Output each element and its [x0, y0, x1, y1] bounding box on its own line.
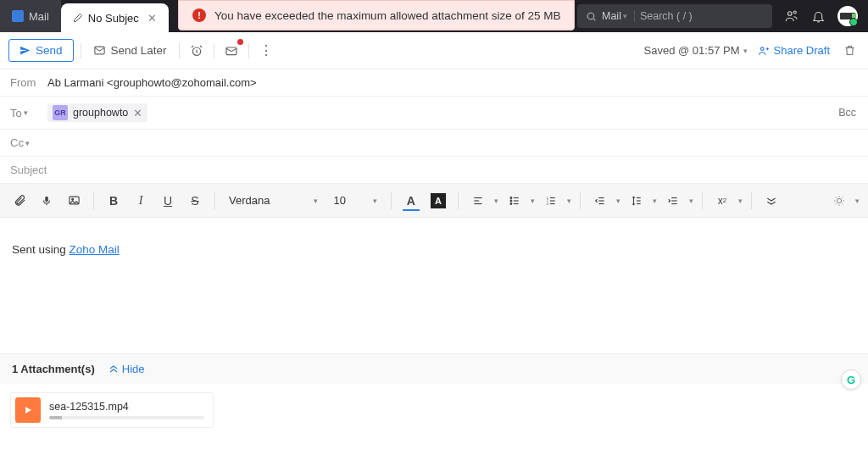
night-mode-icon[interactable] [828, 190, 850, 212]
underline-button[interactable]: U [157, 190, 179, 212]
svg-point-3 [793, 11, 796, 14]
search-input[interactable] [640, 10, 773, 22]
chevron-down-icon[interactable]: ▾ [494, 197, 498, 205]
recipient-chip[interactable]: GR grouphowto ✕ [47, 103, 147, 122]
mail-app-icon [12, 10, 24, 22]
attachments-header: 1 Attachment(s) Hide [0, 353, 868, 384]
upload-progress [49, 416, 204, 419]
chip-avatar: GR [53, 105, 68, 120]
attachments-count: 1 Attachment(s) [12, 363, 95, 375]
divider [248, 43, 249, 58]
chevron-down-icon: ▾ [373, 197, 377, 205]
top-bar: Mail No Subjec ✕ ! You have exceeded the… [0, 0, 868, 32]
tab-mail-label: Mail [29, 10, 49, 23]
more-options-icon[interactable]: ⋮ [256, 39, 276, 62]
close-tab-icon[interactable]: ✕ [147, 12, 157, 25]
align-button[interactable] [467, 190, 489, 212]
bell-icon[interactable] [811, 9, 826, 24]
error-icon: ! [192, 8, 206, 22]
divider [214, 43, 214, 58]
chevron-down-icon[interactable]: ▾ [738, 197, 743, 205]
bold-button[interactable]: B [103, 190, 125, 212]
font-color-button[interactable]: A [400, 190, 422, 212]
action-bar: Send Send Later ⋮ Saved @ 01:57 PM ▾ Sha… [0, 32, 868, 69]
bg-color-button[interactable]: A [427, 190, 449, 212]
trash-icon[interactable] [840, 41, 860, 60]
strike-button[interactable]: S [184, 190, 206, 212]
contacts-icon[interactable] [784, 8, 799, 24]
chevron-down-icon[interactable]: ▾ [531, 197, 535, 205]
font-family-select[interactable]: Verdana ▾ [224, 194, 323, 207]
topbar-right: Mail ▾ [577, 4, 868, 28]
video-file-icon [15, 397, 41, 423]
error-text: You have exceeded the maximum allowed at… [214, 9, 560, 22]
chevron-down-icon: ▾ [314, 197, 318, 205]
superscript-button[interactable]: x2 [711, 190, 733, 212]
attachment-item[interactable]: sea-125315.mp4 [10, 392, 214, 428]
line-height-button[interactable] [626, 190, 648, 212]
outdent-button[interactable] [589, 190, 611, 212]
subject-input[interactable] [10, 164, 858, 176]
chevron-down-icon[interactable]: ▾ [689, 197, 693, 205]
tab-mail[interactable]: Mail [0, 0, 61, 32]
svg-point-16 [510, 202, 512, 204]
chip-name: grouphowto [73, 107, 128, 119]
italic-button[interactable]: I [130, 190, 152, 212]
search-container[interactable]: Mail ▾ [577, 4, 772, 28]
search-icon [586, 11, 597, 22]
send-button[interactable]: Send [8, 39, 74, 62]
search-scope[interactable]: Mail ▾ [602, 10, 635, 22]
chevron-down-icon: ▾ [623, 12, 627, 20]
svg-point-14 [510, 197, 512, 198]
subject-row[interactable] [0, 157, 868, 184]
error-banner: ! You have exceeded the maximum allowed … [178, 0, 575, 31]
remove-chip-icon[interactable]: ✕ [133, 107, 142, 119]
font-size-select[interactable]: 10 ▾ [328, 194, 381, 207]
send-later-button[interactable]: Send Later [88, 44, 172, 57]
svg-point-10 [71, 198, 73, 200]
divider [81, 43, 81, 58]
tab-compose[interactable]: No Subjec ✕ [61, 3, 169, 32]
svg-text:3: 3 [547, 202, 548, 205]
more-format-icon[interactable] [760, 190, 782, 212]
zoho-mail-link[interactable]: Zoho Mail [70, 243, 120, 256]
chevron-down-icon: ▾ [25, 139, 30, 147]
saved-timestamp[interactable]: Saved @ 01:57 PM ▾ [644, 44, 748, 57]
signature-prefix: Sent using [12, 243, 70, 256]
numbered-list-button[interactable]: 123 [540, 190, 562, 212]
grammarly-icon[interactable]: G [841, 369, 861, 390]
format-toolbar: B I U S Verdana ▾ 10 ▾ A A ▾ ▾ 123 ▾ ▾ ▾… [0, 184, 868, 218]
from-value[interactable]: Ab Larmani <grouphowto@zohomail.com> [47, 76, 257, 89]
tab-compose-label: No Subjec [88, 12, 139, 25]
compose-body[interactable]: Sent using Zoho Mail [0, 218, 868, 353]
cc-label[interactable]: Cc ▾ [10, 136, 41, 149]
from-label: From [10, 76, 41, 89]
svg-point-2 [788, 12, 793, 16]
indent-button[interactable] [662, 190, 684, 212]
image-icon[interactable] [63, 190, 85, 212]
chevron-down-icon[interactable]: ▾ [567, 197, 571, 205]
share-draft-button[interactable]: Share Draft [758, 44, 830, 57]
attach-icon[interactable] [8, 190, 31, 212]
secure-mail-icon[interactable] [221, 41, 242, 61]
mic-icon[interactable] [36, 190, 58, 212]
chevron-down-icon[interactable]: ▾ [616, 197, 620, 205]
bullet-list-button[interactable] [504, 190, 526, 212]
to-row[interactable]: To ▾ GR grouphowto ✕ Bcc [0, 97, 868, 130]
divider [179, 43, 180, 58]
svg-point-35 [837, 198, 841, 202]
bcc-link[interactable]: Bcc [838, 107, 856, 119]
notification-dot [237, 39, 243, 45]
to-label[interactable]: To ▾ [10, 107, 41, 119]
pencil-icon [73, 13, 83, 23]
chevron-down-icon: ▾ [24, 108, 28, 117]
chevron-down-icon[interactable]: ▾ [653, 197, 657, 205]
avatar[interactable] [837, 6, 858, 26]
reminder-icon[interactable] [186, 41, 207, 61]
cc-row[interactable]: Cc ▾ [0, 130, 868, 157]
chevron-down-icon: ▾ [743, 47, 748, 55]
svg-rect-8 [45, 196, 48, 201]
hide-attachments-button[interactable]: Hide [108, 363, 145, 375]
svg-point-15 [510, 200, 512, 202]
chevron-down-icon[interactable]: ▾ [855, 197, 860, 205]
